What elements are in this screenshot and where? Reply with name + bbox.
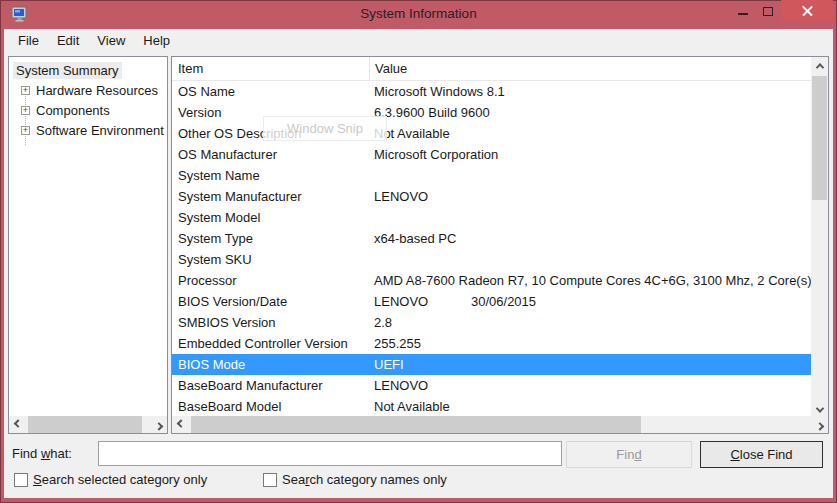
table-row[interactable]: BIOS Version/DateLENOVO30/06/2015 bbox=[172, 291, 811, 312]
row-item-cell: OS Name bbox=[172, 84, 369, 99]
scroll-right-button[interactable] bbox=[150, 416, 167, 433]
expand-plus-icon[interactable]: + bbox=[21, 86, 30, 95]
vertical-scrollbar[interactable] bbox=[811, 57, 828, 418]
row-value-cell: Not Available bbox=[369, 126, 811, 141]
title-bar[interactable]: System Information bbox=[0, 0, 837, 29]
scrollbar-track[interactable] bbox=[189, 416, 811, 433]
tree-item[interactable]: +Hardware Resources bbox=[9, 80, 167, 100]
menu-item-view[interactable]: View bbox=[88, 30, 134, 51]
checkbox-label: Search selected category only bbox=[33, 472, 207, 487]
close-find-button[interactable]: Close Find bbox=[700, 441, 823, 468]
tree-item-label: System Summary bbox=[13, 62, 122, 79]
table-row[interactable]: System ManufacturerLENOVO bbox=[172, 186, 811, 207]
column-header-item[interactable]: Item bbox=[172, 57, 369, 80]
row-item-cell: BIOS Version/Date bbox=[172, 294, 369, 309]
minimize-icon bbox=[738, 13, 748, 15]
chevron-right-icon bbox=[154, 422, 162, 430]
snip-tooltip: Window Snip bbox=[263, 116, 387, 141]
row-item-cell: BIOS Mode bbox=[172, 357, 369, 372]
tree-item[interactable]: +Components bbox=[9, 100, 167, 120]
scrollbar-track[interactable] bbox=[26, 416, 150, 433]
search-selected-category-checkbox[interactable]: Search selected category only bbox=[14, 472, 207, 487]
menu-bar: FileEditViewHelp bbox=[4, 29, 833, 52]
menu-item-file[interactable]: File bbox=[9, 30, 48, 51]
menu-item-help[interactable]: Help bbox=[134, 30, 179, 51]
tree-horizontal-scrollbar[interactable] bbox=[9, 416, 167, 433]
row-item-cell: OS Manufacturer bbox=[172, 147, 369, 162]
column-header-value[interactable]: Value bbox=[369, 57, 811, 80]
row-item-cell: System Name bbox=[172, 168, 369, 183]
table-row[interactable]: System SKU bbox=[172, 249, 811, 270]
category-tree-pane: System Summary+Hardware Resources+Compon… bbox=[8, 56, 168, 434]
row-value-cell: LENOVO bbox=[369, 189, 811, 204]
details-pane: Item Value OS NameMicrosoft Windows 8.1V… bbox=[171, 56, 829, 434]
row-item-cell: BaseBoard Manufacturer bbox=[172, 378, 369, 393]
row-value-cell: Microsoft Windows 8.1 bbox=[369, 84, 811, 99]
table-horizontal-scrollbar[interactable] bbox=[172, 416, 828, 433]
tree-item[interactable]: +Software Environment bbox=[9, 120, 167, 140]
table-row[interactable]: System Name bbox=[172, 165, 811, 186]
scroll-up-button[interactable] bbox=[811, 57, 828, 74]
tree-item-label: Components bbox=[33, 102, 113, 119]
row-value-cell: 2.8 bbox=[369, 315, 811, 330]
row-item-cell: SMBIOS Version bbox=[172, 315, 369, 330]
chevron-left-icon bbox=[176, 419, 184, 427]
maximize-button[interactable] bbox=[756, 0, 780, 21]
tree-item-label: Software Environment bbox=[33, 122, 167, 139]
row-item-cell: System Model bbox=[172, 210, 369, 225]
row-item-cell: Processor bbox=[172, 273, 369, 288]
table-row[interactable]: ProcessorAMD A8-7600 Radeon R7, 10 Compu… bbox=[172, 270, 811, 291]
checkbox-icon[interactable] bbox=[263, 473, 277, 487]
category-tree: System Summary+Hardware Resources+Compon… bbox=[9, 60, 167, 140]
scroll-left-button[interactable] bbox=[172, 416, 189, 433]
scroll-left-button[interactable] bbox=[9, 416, 26, 433]
row-value-cell: LENOVO bbox=[369, 378, 811, 393]
menu-item-edit[interactable]: Edit bbox=[48, 30, 88, 51]
row-value-cell: x64-based PC bbox=[369, 231, 811, 246]
checkbox-icon[interactable] bbox=[14, 473, 28, 487]
scrollbar-thumb[interactable] bbox=[191, 416, 641, 433]
row-value-cell: 6.3.9600 Build 9600 bbox=[369, 105, 811, 120]
row-value-cell: LENOVO30/06/2015 bbox=[369, 294, 811, 309]
minimize-button[interactable] bbox=[731, 0, 755, 21]
table-row[interactable]: BaseBoard ModelNot Available bbox=[172, 396, 811, 417]
find-input[interactable] bbox=[98, 441, 562, 466]
row-item-cell: System Type bbox=[172, 231, 369, 246]
table-row[interactable]: BaseBoard ManufacturerLENOVO bbox=[172, 375, 811, 396]
row-item-cell: Embedded Controller Version bbox=[172, 336, 369, 351]
chevron-left-icon bbox=[13, 419, 21, 427]
maximize-icon bbox=[763, 7, 773, 16]
table-row[interactable]: BIOS ModeUEFI bbox=[172, 354, 811, 375]
tree-item[interactable]: System Summary bbox=[9, 60, 167, 80]
table-row[interactable]: SMBIOS Version2.8 bbox=[172, 312, 811, 333]
table-row[interactable]: OS ManufacturerMicrosoft Corporation bbox=[172, 144, 811, 165]
chevron-up-icon bbox=[815, 63, 823, 71]
search-category-names-checkbox[interactable]: Search category names only bbox=[263, 472, 447, 487]
scrollbar-thumb[interactable] bbox=[812, 76, 827, 200]
table-row[interactable]: System Typex64-based PC bbox=[172, 228, 811, 249]
row-item-cell: System SKU bbox=[172, 252, 369, 267]
expand-plus-icon[interactable]: + bbox=[21, 106, 30, 115]
chevron-right-icon bbox=[815, 422, 823, 430]
row-value-cell: 255.255 bbox=[369, 336, 811, 351]
row-value-cell: AMD A8-7600 Radeon R7, 10 Compute Cores … bbox=[369, 273, 811, 288]
close-button[interactable] bbox=[781, 0, 833, 21]
row-value-cell: UEFI bbox=[369, 357, 811, 372]
find-button[interactable]: Find bbox=[566, 441, 692, 468]
row-item-cell: System Manufacturer bbox=[172, 189, 369, 204]
tree-item-label: Hardware Resources bbox=[33, 82, 161, 99]
window-title: System Information bbox=[0, 6, 837, 21]
row-value-cell: Microsoft Corporation bbox=[369, 147, 811, 162]
list-header: Item Value bbox=[172, 57, 811, 81]
table-row[interactable]: System Model bbox=[172, 207, 811, 228]
system-information-window: System Information FileEditViewHelp Syst… bbox=[0, 0, 837, 503]
scroll-right-button[interactable] bbox=[811, 416, 828, 433]
table-row[interactable]: Embedded Controller Version255.255 bbox=[172, 333, 811, 354]
find-what-label: Find what: bbox=[12, 446, 72, 461]
close-icon bbox=[802, 5, 813, 16]
scrollbar-thumb[interactable] bbox=[28, 416, 142, 433]
row-item-cell: BaseBoard Model bbox=[172, 399, 369, 414]
expand-plus-icon[interactable]: + bbox=[21, 126, 30, 135]
table-row[interactable]: OS NameMicrosoft Windows 8.1 bbox=[172, 81, 811, 102]
chevron-down-icon bbox=[815, 404, 823, 412]
